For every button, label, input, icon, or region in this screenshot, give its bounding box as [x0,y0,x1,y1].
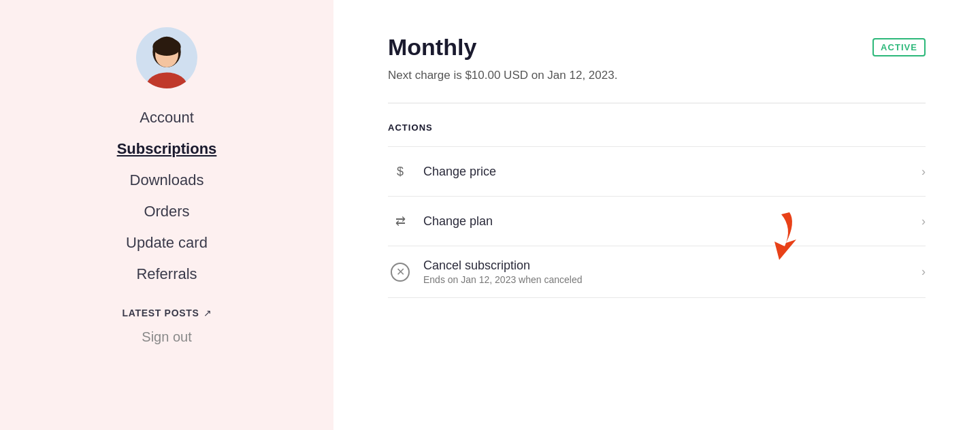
plan-title: Monthly [388,34,476,61]
chevron-right-icon: › [921,265,926,279]
sidebar-item-update-card[interactable]: Update card [0,229,333,257]
section-divider [388,103,926,103]
cancel-icon: ✕ [388,260,412,284]
next-charge-text: Next charge is $10.00 USD on Jan 12, 202… [388,69,926,82]
arrows-icon: ⇄ [388,209,412,233]
sidebar-item-referrals[interactable]: Referrals [0,260,333,288]
sidebar-item-downloads[interactable]: Downloads [0,166,333,195]
svg-point-3 [146,72,187,88]
cancel-subscription-label: Cancel subscription [423,259,913,273]
latest-posts-label: LATEST POSTS [122,308,199,318]
sign-out-link[interactable]: Sign out [142,329,191,345]
change-plan-label: Change plan [423,214,913,229]
chevron-right-icon: › [921,214,926,229]
chevron-right-icon: › [921,165,926,179]
sidebar-item-subscriptions[interactable]: Subscriptions [0,135,333,163]
sidebar-item-orders[interactable]: Orders [0,197,333,226]
action-change-price[interactable]: $ Change price › [388,146,926,196]
active-badge: ACTIVE [872,38,926,56]
sidebar-nav: Account Subscriptions Downloads Orders U… [0,103,333,288]
sidebar: Account Subscriptions Downloads Orders U… [0,0,333,430]
main-content: Monthly ACTIVE Next charge is $10.00 USD… [333,0,980,430]
change-price-label: Change price [423,165,913,179]
svg-point-2 [152,38,180,56]
dollar-icon: $ [388,159,412,184]
cancel-subscription-subtitle: Ends on Jan 12, 2023 when canceled [423,274,913,285]
external-link-icon: ↗ [203,308,212,318]
action-change-plan[interactable]: ⇄ Change plan › [388,196,926,246]
subscription-header: Monthly ACTIVE [388,34,926,61]
latest-posts-link[interactable]: LATEST POSTS ↗ [122,308,211,318]
action-cancel-subscription[interactable]: ✕ Cancel subscription Ends on Jan 12, 20… [388,246,926,298]
sidebar-item-account[interactable]: Account [0,103,333,132]
avatar [136,27,197,88]
actions-label: ACTIONS [388,122,926,133]
